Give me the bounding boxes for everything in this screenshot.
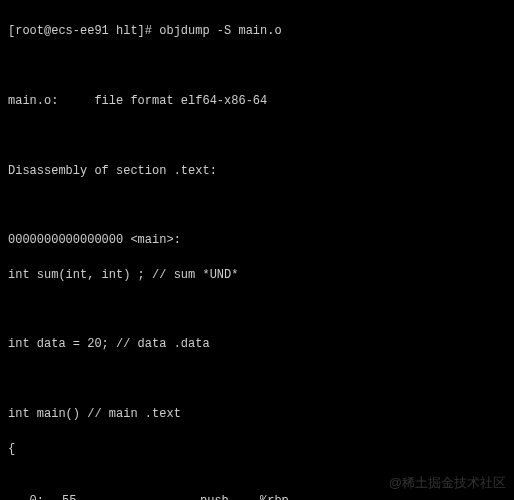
addr: 0: xyxy=(8,493,62,500)
blank xyxy=(8,302,506,319)
terminal[interactable]: [root@ecs-ee91 hlt]# objdump -S main.o m… xyxy=(0,0,514,500)
src-decl-sum: int sum(int, int) ; // sum *UND* xyxy=(8,267,506,284)
hex: 55 xyxy=(62,493,200,500)
symbol-line: 0000000000000000 <main>: xyxy=(8,232,506,249)
blank xyxy=(8,128,506,145)
src-decl-main: int main() // main .text xyxy=(8,406,506,423)
brace-open: { xyxy=(8,441,506,458)
prompt-line: [root@ecs-ee91 hlt]# objdump -S main.o xyxy=(8,23,506,40)
mnemonic: push xyxy=(200,493,260,500)
blank xyxy=(8,197,506,214)
file-format-line: main.o: file format elf64-x86-64 xyxy=(8,93,506,110)
shell-prompt: [root@ecs-ee91 hlt]# xyxy=(8,24,159,38)
blank xyxy=(8,58,506,75)
blank xyxy=(8,371,506,388)
operands: %rbp xyxy=(260,493,506,500)
src-decl-data: int data = 20; // data .data xyxy=(8,336,506,353)
section-title: Disassembly of section .text: xyxy=(8,163,506,180)
command: objdump -S main.o xyxy=(159,24,281,38)
asm-row: 0:55push%rbp xyxy=(8,493,506,500)
